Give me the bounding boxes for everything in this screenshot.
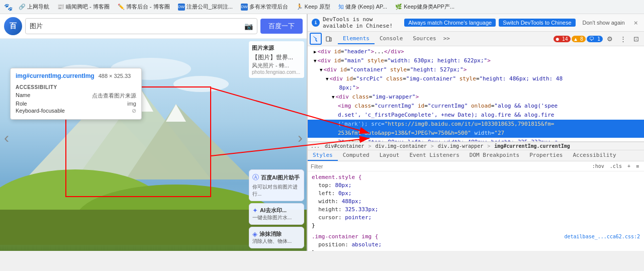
css-prop-height[interactable]: height: 325.333px; xyxy=(312,206,640,214)
breadcrumb-container[interactable]: div#container xyxy=(325,143,364,149)
breadcrumb-current-img[interactable]: img#currentImg.currentImg xyxy=(494,143,570,149)
tooltip-row-role: Role img xyxy=(16,101,136,107)
device-toggle-button[interactable] xyxy=(323,33,335,45)
tooltip-value-keyboard: ⊘ xyxy=(132,108,136,114)
settings-button[interactable]: ⚙ xyxy=(604,33,616,45)
style-tabs-bar: Styles Computed Layout Event Listeners D… xyxy=(308,150,644,161)
image-subtitle: 风光照片 - 蜂... xyxy=(252,62,301,69)
bookmark-item[interactable]: 🏃 Keep 原型 xyxy=(294,2,332,12)
tab-event-listeners[interactable]: Event Listeners xyxy=(404,150,464,161)
camera-icon[interactable]: 📷 xyxy=(244,22,253,30)
bookmark-item[interactable]: DW 多有米管理后台 xyxy=(239,2,290,12)
tab-properties[interactable]: Properties xyxy=(524,150,568,161)
css-prop-width[interactable]: width: 488px; xyxy=(312,198,640,206)
tab-more[interactable]: >> xyxy=(441,34,452,44)
ai-erase-card[interactable]: ◈ 涂抹消除 消除人物、物体... xyxy=(249,227,304,248)
devtools-dock-button[interactable]: ⊡ xyxy=(630,33,642,45)
left-arrow-button[interactable]: ‹ xyxy=(4,129,9,146)
tab-accessibility[interactable]: Accessibility xyxy=(568,150,621,161)
bookmark-icon: 🔗 xyxy=(19,4,26,10)
image-main-area: ‹ › 图片来源 【图片】世界... 风光照片 - 蜂... photo.fen… xyxy=(0,39,307,251)
devtools-menu-button[interactable]: ⋮ xyxy=(617,33,629,45)
html-line[interactable]: ▶<div id="header">...</div> xyxy=(308,47,644,56)
css-rules-area: element.style { top: 80px; left: 0px; wi… xyxy=(308,171,644,251)
css-rule-element-style: element.style { xyxy=(312,173,640,182)
image-source-panel: 图片来源 【图片】世界... 风光照片 - 蜂... photo.fengnia… xyxy=(249,41,304,78)
css-prop-top[interactable]: top: 80px; xyxy=(312,182,640,190)
bookmark-icon: 🌿 xyxy=(395,4,402,10)
breadcrumb-img-container[interactable]: div.img-container xyxy=(375,143,426,149)
css-source-link[interactable]: detailbase_...cca62.css:2 xyxy=(564,233,640,241)
css-prop-position[interactable]: position: absolute; xyxy=(312,241,640,249)
style-menu-button[interactable]: ≡ xyxy=(634,162,641,170)
html-line[interactable]: 8px;"> xyxy=(308,83,644,93)
tab-computed[interactable]: Computed xyxy=(338,150,375,161)
search-input-text: 图片 xyxy=(30,22,43,31)
left-content: 百 图片 📷 百度一下 xyxy=(0,14,307,251)
dont-show-again-button[interactable]: Don't show again xyxy=(579,19,629,27)
html-line[interactable]: 3" style="top: 80px; left: 0px; width: 4… xyxy=(308,138,644,142)
html-line[interactable]: ▼<div id="container" style="height: 527p… xyxy=(308,65,644,74)
bookmark-item[interactable]: 知 健身 (Keep) AP... xyxy=(336,2,390,12)
css-prop-cursor[interactable]: cursor: pointer; xyxy=(312,214,640,222)
bookmark-icon: ✏️ xyxy=(118,4,125,10)
tooltip-label-name: Name xyxy=(16,92,30,100)
tooltip-label-keyboard: Keyboard-focusable xyxy=(16,108,65,114)
close-notification-button[interactable]: × xyxy=(632,19,640,27)
tooltip-value-name: 点击查看图片来源 xyxy=(92,92,136,100)
html-line[interactable]: ▼<div id="srcPic" class="img-container" … xyxy=(308,74,644,83)
html-line[interactable]: ▼<div class="img-wrapper"> xyxy=(308,93,644,102)
ai-erase-label: 涂抹消除 xyxy=(259,230,282,238)
inspect-element-button[interactable] xyxy=(310,33,322,45)
tooltip-label-role: Role xyxy=(16,101,27,107)
tab-layout[interactable]: Layout xyxy=(375,150,405,161)
tab-console[interactable]: Console xyxy=(375,34,408,44)
bookmarks-bar: 🐾 🔗 上网导航 📰 瞄闻腾吧 - 博客圈 ✏️ 博客后台 - 博客圈 DW 注… xyxy=(0,0,644,14)
tooltip-element-title: img#currentImg.currentImg xyxy=(16,72,95,79)
info-count-badge: 🗩 1 xyxy=(587,36,603,42)
html-line-highlighted-1[interactable]: ('mark'); src="https://img0.baidu.com/it… xyxy=(308,120,644,129)
devtools-toolbar: Elements Console Sources >> ● 14 ▲ 8 🗩 1… xyxy=(308,32,644,46)
match-language-button[interactable]: Always match Chrome's language xyxy=(404,19,496,27)
tab-elements[interactable]: Elements xyxy=(338,34,375,44)
css-prop-left[interactable]: left: 0px; xyxy=(312,190,640,198)
html-line[interactable]: ▼<div id="main" style="width: 630px; hei… xyxy=(308,56,644,65)
bookmark-icon: 🏃 xyxy=(296,4,303,10)
watermark-icon: ✦ xyxy=(252,207,258,214)
image-url: photo.fengniao.com... xyxy=(252,69,301,75)
svg-point-4 xyxy=(173,76,229,92)
html-line[interactable]: d.set', 'c_firstPageComplete', +new Date… xyxy=(308,111,644,120)
svg-rect-15 xyxy=(330,38,331,41)
cls-filter-button[interactable]: .cls xyxy=(608,162,624,170)
ai-watermark-card[interactable]: ✦ AI去水印... 一键去除图片水... xyxy=(249,203,304,225)
bookmark-item[interactable]: ✏️ 博客后台 - 博客圈 xyxy=(116,2,172,12)
search-button[interactable]: 百度一下 xyxy=(260,19,303,34)
bookmark-item[interactable]: DW 注册公司_深圳注... xyxy=(176,2,235,12)
html-line[interactable]: <img class="currentImg" id="currentImg" … xyxy=(308,102,644,111)
devtools-panel: i DevTools is now available in Chinese! … xyxy=(307,14,644,251)
bookmark-item[interactable]: 🌿 Keep健身类APP产... xyxy=(393,2,456,12)
ai-panel: Ⓐ 百度AI图片助手 你可以对当前图片进行... ✦ AI去水印... 一键去除… xyxy=(249,169,304,248)
right-arrow-button[interactable]: › xyxy=(298,129,303,146)
image-title: 【图片】世界... xyxy=(252,53,301,62)
tab-styles[interactable]: Styles xyxy=(308,150,338,161)
bookmark-item[interactable]: 📰 瞄闻腾吧 - 博客圈 xyxy=(55,2,112,12)
breadcrumb-img-wrapper[interactable]: div.img-wrapper xyxy=(438,143,483,149)
ai-prompt-text: 你可以对当前图片进行... xyxy=(252,184,301,198)
tab-dom-breakpoints[interactable]: DOM Breakpoints xyxy=(465,150,524,161)
tooltip-row-name: Name 点击查看图片来源 xyxy=(16,92,136,100)
hov-filter-button[interactable]: :hov xyxy=(590,162,606,170)
ai-assistant-card[interactable]: Ⓐ 百度AI图片助手 你可以对当前图片进行... xyxy=(249,169,304,201)
style-filter-input[interactable] xyxy=(311,163,588,169)
switch-to-chinese-button[interactable]: Switch DevTools to Chinese xyxy=(499,19,575,27)
add-style-button[interactable]: + xyxy=(625,162,632,170)
html-line-highlighted-2[interactable]: 253&fmt=auto&app=138&f=JPEG?w=750&h=500"… xyxy=(308,129,644,138)
bookmark-item[interactable]: 🔗 上网导航 xyxy=(17,2,51,12)
search-input-box[interactable]: 图片 📷 xyxy=(25,18,257,34)
bookmark-icon: 📰 xyxy=(57,4,64,10)
tooltip-dimensions: 488 × 325.33 xyxy=(99,73,131,79)
inspect-tooltip: img#currentImg.currentImg 488 × 325.33 A… xyxy=(10,68,142,120)
css-rule-close-1: } xyxy=(312,222,640,230)
bookmark-icon: 知 xyxy=(338,3,344,11)
tab-sources[interactable]: Sources xyxy=(408,34,441,44)
